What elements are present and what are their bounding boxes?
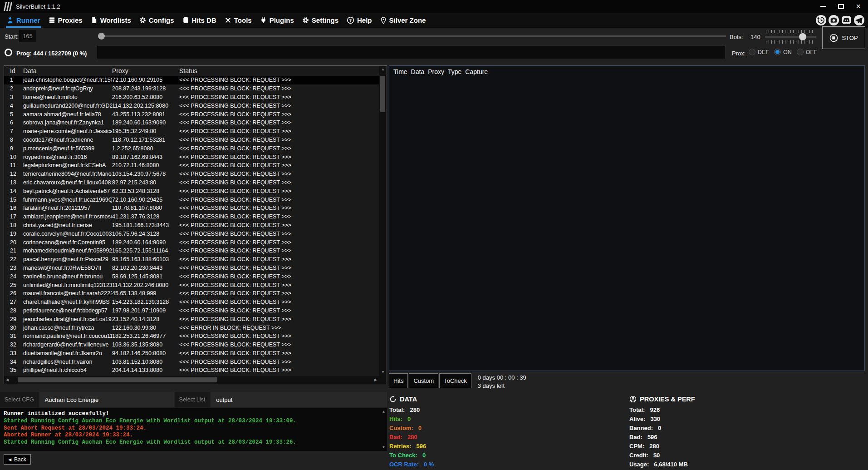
scroll-down-icon[interactable]: ▼ bbox=[383, 445, 385, 449]
table-row[interactable]: 12terriercatherine8094@neuf.fr:Mario103.… bbox=[4, 170, 379, 178]
table-row[interactable]: 5aamara.ahmad@neuf.fr:leila7843.255.113.… bbox=[4, 110, 379, 119]
table-cell: 18 bbox=[4, 222, 22, 228]
table-row[interactable]: 9p.moncenis@neuf.fr:5653991.2.252.65:808… bbox=[4, 144, 379, 153]
scroll-left-icon[interactable]: ◀ bbox=[6, 378, 9, 382]
table-row[interactable]: 20corinnecano@neuf.fr:Corentin95189.240.… bbox=[4, 238, 379, 247]
table-row[interactable]: 13eric.chavaroux@neuf.fr:Liloux04081582.… bbox=[4, 178, 379, 187]
table-row[interactable]: 33diuettamanlle@neuf.fr:Jkamr2o94.182.14… bbox=[4, 349, 379, 358]
column-header-time[interactable]: Time bbox=[393, 68, 407, 75]
table-row[interactable]: 29jeancharles.dirat@neuf.fr:carLos19123.… bbox=[4, 315, 379, 323]
stat-line: CPM:280 bbox=[629, 441, 695, 450]
table-row[interactable]: 19coralie.corvelyn@neuf.fr:Coco10039106.… bbox=[4, 229, 379, 238]
column-header-data[interactable]: Data bbox=[22, 67, 112, 74]
menu-item-runner[interactable]: Runner bbox=[3, 13, 44, 28]
bots-slider-thumb[interactable] bbox=[799, 33, 806, 40]
table-row[interactable]: 26maurell.francois@neuf.fr:sarah222245.6… bbox=[4, 289, 379, 298]
table-row[interactable]: 15fuhrmann.yves@neuf.fr:ucaz1969Q72.10.1… bbox=[4, 195, 379, 204]
menu-item-proxies[interactable]: Proxies bbox=[44, 13, 87, 28]
menu-item-configs[interactable]: Configs bbox=[135, 13, 178, 28]
table-row[interactable]: 35phillipe@neuf.fr:chicco54204.14.14.133… bbox=[4, 366, 379, 375]
table-row[interactable]: 18christ.yazed@neuf.fr:cerise195.181.166… bbox=[4, 221, 379, 230]
screenshot-icon[interactable] bbox=[829, 15, 839, 25]
radio-icon[interactable] bbox=[749, 49, 755, 55]
table-row[interactable]: 31normand.pauline@neuf.fr:coucou11182.25… bbox=[4, 332, 379, 341]
bots-slider-track[interactable] bbox=[765, 36, 816, 38]
wordlist-select-field[interactable]: output bbox=[211, 392, 387, 407]
table-row[interactable]: 24zaninello.bruno@neuf.fr:brunou58.69.12… bbox=[4, 272, 379, 281]
table-row[interactable]: 14beyl.patrick@neuf.fr:Achatvente6762.33… bbox=[4, 187, 379, 195]
progress-text: Prog: 444 / 1522709 (0 %) bbox=[16, 50, 87, 57]
column-header-type[interactable]: Type bbox=[448, 68, 461, 75]
menu-item-hits-db[interactable]: Hits DB bbox=[178, 13, 221, 28]
minimize-button[interactable] bbox=[820, 6, 826, 7]
table-row[interactable]: 25unlimited@neuf.fr:mnolimitq123123114.1… bbox=[4, 281, 379, 289]
table-row[interactable]: 3ltorres@neuf.fr:miloto216.200.63.52:808… bbox=[4, 93, 379, 102]
maximize-button[interactable] bbox=[838, 4, 844, 9]
column-header-data[interactable]: Data bbox=[411, 68, 425, 75]
scroll-right-icon[interactable]: ▶ bbox=[374, 378, 377, 382]
table-row[interactable]: 11legalepturkmen@neuf.fr:kESehA210.72.11… bbox=[4, 161, 379, 170]
scroll-up-icon[interactable]: ▲ bbox=[381, 68, 385, 71]
horizontal-scrollbar[interactable]: ◀ ▶ bbox=[4, 376, 379, 384]
bots-slider[interactable] bbox=[765, 30, 816, 44]
table-row[interactable]: 27charef.nathalie@neuf.fr:kyhh99BS154.22… bbox=[4, 298, 379, 307]
table-row[interactable]: 7marie-pierre.comte@neuf.fr:Jessica3195.… bbox=[4, 127, 379, 136]
table-row[interactable]: 16faralain@neuf.fr:20121957110.78.81.107… bbox=[4, 204, 379, 213]
hits-table-header: Time Data Proxy Type Capture bbox=[389, 66, 864, 75]
discord-icon[interactable] bbox=[841, 15, 852, 25]
table-cell: <<< PROCESSING BLOCK: REQUEST >>> bbox=[179, 222, 379, 228]
start-slider-track[interactable] bbox=[98, 35, 726, 37]
table-cell: <<< PROCESSING BLOCK: REQUEST >>> bbox=[179, 119, 379, 126]
prox-option-off[interactable]: OFF bbox=[797, 49, 817, 55]
table-row[interactable]: 32richardgerard6@neuf.fr:villeneuve103.3… bbox=[4, 341, 379, 349]
scroll-up-icon[interactable]: ▲ bbox=[383, 410, 385, 414]
horizontal-scrollbar-thumb[interactable] bbox=[18, 377, 217, 382]
cfg-select-field[interactable]: Auchan Eco Energie bbox=[39, 392, 174, 407]
log-scrollbar[interactable]: ▲ ▼ bbox=[381, 408, 387, 451]
start-input[interactable]: 165 bbox=[19, 30, 36, 42]
table-row[interactable]: 23marieswt@neuf.fr:0RwE58O7Il82.102.20.2… bbox=[4, 264, 379, 272]
stop-button[interactable]: STOP bbox=[822, 26, 865, 49]
start-slider[interactable] bbox=[98, 33, 726, 40]
table-row[interactable]: 28petiotlaurence@neuf.fr:bbdegp57197.98.… bbox=[4, 307, 379, 315]
table-row[interactable]: 21mohamedkhoudmi@neuf.fr:058992165.225.7… bbox=[4, 247, 379, 255]
column-header-proxy[interactable]: Proxy bbox=[428, 68, 444, 75]
start-slider-thumb[interactable] bbox=[98, 33, 105, 40]
table-row[interactable]: 2andoprelr@neuf.fr:qtOgRqy208.87.243.199… bbox=[4, 84, 379, 93]
radio-icon[interactable] bbox=[774, 49, 781, 55]
column-header-status[interactable]: Status bbox=[179, 67, 387, 74]
history-icon[interactable] bbox=[816, 15, 826, 25]
telegram-icon[interactable] bbox=[854, 15, 864, 25]
column-header-id[interactable]: Id bbox=[4, 67, 22, 74]
stat-label: Total: bbox=[629, 406, 645, 413]
column-header-proxy[interactable]: Proxy bbox=[112, 67, 179, 74]
table-row[interactable]: 30johan.casse@neuf.fr:rytreza122.160.30.… bbox=[4, 323, 379, 332]
back-button[interactable]: ◀ Back bbox=[4, 454, 31, 465]
table-cell: jeancharles.dirat@neuf.fr:carLos191 bbox=[22, 316, 112, 322]
menu-item-help[interactable]: ? Help bbox=[343, 13, 376, 28]
table-row[interactable]: 10roypedrinis@neuf.fr:301689.187.162.69:… bbox=[4, 153, 379, 161]
menu-item-tools[interactable]: Tools bbox=[221, 13, 256, 28]
tab-tocheck[interactable]: ToCheck bbox=[439, 373, 471, 388]
vertical-scrollbar-thumb[interactable] bbox=[380, 76, 385, 112]
scroll-down-icon[interactable]: ▼ bbox=[381, 371, 385, 374]
table-row[interactable]: 17amblard.jeanpierre@neuf.fr:osmose41.23… bbox=[4, 213, 379, 221]
menu-item-silver-zone[interactable]: Silver Zone bbox=[376, 13, 430, 28]
menu-item-plugins[interactable]: Plugins bbox=[256, 13, 298, 28]
close-button[interactable]: × bbox=[856, 2, 861, 10]
prox-option-on[interactable]: ON bbox=[774, 49, 792, 55]
radio-icon[interactable] bbox=[797, 49, 804, 55]
column-header-capture[interactable]: Capture bbox=[465, 68, 488, 75]
table-row[interactable]: 1jean-christophe.boquet@neuf.fr:15072.10… bbox=[4, 76, 379, 84]
menu-item-wordlists[interactable]: Wordlists bbox=[87, 13, 135, 28]
table-row[interactable]: 6sobrova.jana@neuf.fr:Zanynka1189.240.60… bbox=[4, 119, 379, 127]
table-row[interactable]: 34richardgilles@neuf.fr:vairon103.81.152… bbox=[4, 357, 379, 366]
tab-custom[interactable]: Custom bbox=[409, 373, 438, 388]
tab-hits[interactable]: Hits bbox=[389, 373, 408, 388]
table-row[interactable]: 22pascal.henryon@neuf.fr:Pascal2995.165.… bbox=[4, 255, 379, 264]
table-row[interactable]: 4guillaumedurand2200@neuf.fr:GD2114.132.… bbox=[4, 101, 379, 110]
menu-item-settings[interactable]: Settings bbox=[298, 13, 343, 28]
prox-option-def[interactable]: DEF bbox=[749, 49, 769, 55]
vertical-scrollbar[interactable]: ▲ ▼ bbox=[379, 66, 387, 376]
table-row[interactable]: 8cocotte17@neuf.fr:adrienne118.70.12.171… bbox=[4, 136, 379, 144]
